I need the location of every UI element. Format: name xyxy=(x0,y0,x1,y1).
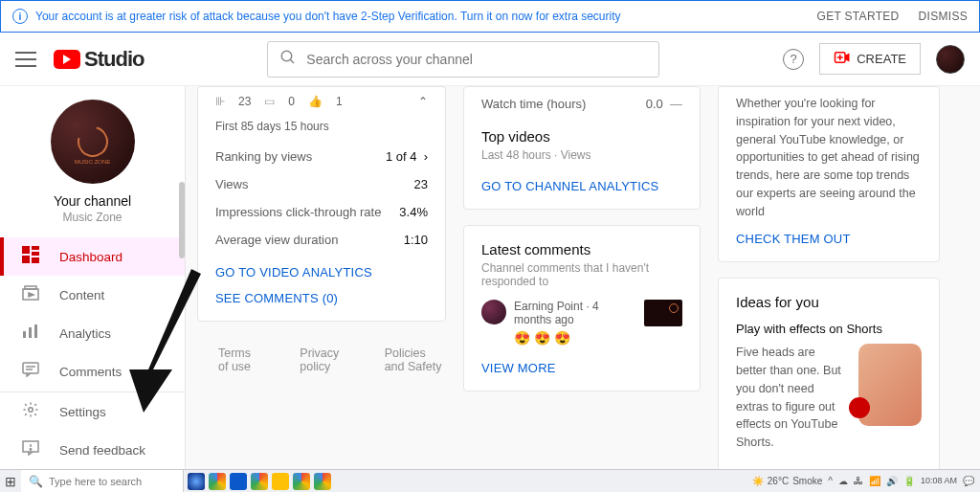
tray-wifi-icon[interactable]: 📶 xyxy=(869,476,880,486)
sidebar-label: Content xyxy=(59,288,104,302)
taskbar-explorer-icon[interactable] xyxy=(272,473,289,490)
sidebar-item-comments[interactable]: Comments xyxy=(0,352,185,391)
search-icon: 🔍 xyxy=(29,475,43,488)
create-icon xyxy=(834,51,851,67)
comment-text: 😍 😍 😍 xyxy=(514,330,636,346)
metric-label: Impressions click-through rate xyxy=(215,205,381,219)
metric-value: 3.4% xyxy=(399,205,428,219)
tray-cloud-icon[interactable]: ☁ xyxy=(838,476,848,486)
privacy-link[interactable]: Privacy policy xyxy=(300,347,344,373)
tray-network-icon[interactable]: 🖧 xyxy=(854,476,863,486)
commenter-name: Earning Point xyxy=(514,300,583,313)
create-label: CREATE xyxy=(857,52,906,66)
svg-rect-5 xyxy=(22,246,30,254)
views-count: 23 xyxy=(238,95,251,108)
metric-label: Average view duration xyxy=(215,233,338,247)
content-icon xyxy=(21,285,40,304)
feedback-icon xyxy=(21,440,40,459)
tray-volume-icon[interactable]: 🔊 xyxy=(886,476,898,486)
tray-chevron-icon[interactable]: ^ xyxy=(828,476,833,486)
view-more-link[interactable]: VIEW MORE xyxy=(481,361,682,375)
taskbar-search[interactable]: 🔍 Type here to search xyxy=(21,470,184,492)
comment-row[interactable]: Earning Point · 4 months ago 😍 😍 😍 xyxy=(481,300,682,346)
svg-rect-8 xyxy=(22,256,30,263)
channel-avatar[interactable]: MUSIC ZONE xyxy=(51,100,135,184)
search-input[interactable] xyxy=(267,41,659,78)
svg-rect-14 xyxy=(34,324,37,338)
latest-comments-title: Latest comments xyxy=(481,241,682,257)
profile-avatar[interactable] xyxy=(936,45,965,74)
taskbar-chrome-icon[interactable] xyxy=(314,473,331,490)
sidebar-item-dashboard[interactable]: Dashboard xyxy=(0,237,185,276)
metric-value: 23 xyxy=(414,177,428,191)
taskbar-app-icon[interactable] xyxy=(188,473,205,490)
taskbar-chrome-icon[interactable] xyxy=(251,473,268,490)
likes-count: 1 xyxy=(336,95,343,108)
sidebar-label: Send feedback xyxy=(59,443,145,458)
channel-analytics-link[interactable]: GO TO CHANNEL ANALYTICS xyxy=(481,179,682,193)
sidebar-scrollbar[interactable] xyxy=(179,182,185,258)
taskbar-chrome-icon[interactable] xyxy=(293,473,310,490)
create-button[interactable]: CREATE xyxy=(819,43,921,75)
taskbar-chrome-icon[interactable] xyxy=(209,473,226,490)
search-icon xyxy=(279,49,297,69)
channel-name: Music Zone xyxy=(62,211,122,224)
see-comments-link[interactable]: SEE COMMENTS (0) xyxy=(215,291,428,305)
latest-comments-sub: Channel comments that I haven't responde… xyxy=(481,261,682,288)
sidebar-item-feedback[interactable]: Send feedback xyxy=(0,431,185,469)
channel-title: Your channel xyxy=(54,193,131,209)
weather-desc: Smoke xyxy=(792,476,822,486)
svg-rect-15 xyxy=(23,363,38,373)
alert-message: Your account is at greater risk of attac… xyxy=(35,10,798,23)
clock[interactable]: 10:08 AM xyxy=(921,477,957,485)
collapse-icon[interactable]: ⌃ xyxy=(418,95,428,108)
ideas-headline: Play with effects on Shorts xyxy=(736,322,922,336)
svg-point-21 xyxy=(29,408,33,413)
ideas-body: Five heads are better than one. But you … xyxy=(736,344,849,452)
tray-battery-icon[interactable]: 🔋 xyxy=(903,476,915,486)
comment-thumbnail xyxy=(644,300,682,326)
get-started-button[interactable]: GET STARTED xyxy=(817,10,900,23)
dashboard-icon xyxy=(21,246,40,267)
top-videos-title: Top videos xyxy=(481,128,682,145)
comments-count: 0 xyxy=(288,95,295,108)
svg-rect-11 xyxy=(25,286,36,289)
start-button[interactable]: ⊞ xyxy=(0,474,21,489)
menu-icon[interactable] xyxy=(15,52,36,67)
svg-point-24 xyxy=(30,449,31,450)
metric-label: Views xyxy=(215,177,248,191)
commenter-avatar xyxy=(481,300,506,324)
video-analytics-link[interactable]: GO TO VIDEO ANALYTICS xyxy=(215,265,428,280)
views-icon: ⊪ xyxy=(215,95,225,108)
sidebar-item-content[interactable]: Content xyxy=(0,276,185,314)
svg-line-1 xyxy=(291,59,295,63)
policies-link[interactable]: Policies and Safety xyxy=(385,347,446,373)
sidebar-label: Dashboard xyxy=(59,250,122,264)
gear-icon xyxy=(21,401,40,422)
check-them-out-link[interactable]: CHECK THEM OUT xyxy=(736,232,922,246)
info-icon: i xyxy=(12,9,28,24)
dismiss-button[interactable]: DISMISS xyxy=(919,10,968,23)
period-label: First 85 days 15 hours xyxy=(215,120,428,133)
comments-icon: ▭ xyxy=(264,95,275,108)
search-field[interactable] xyxy=(306,52,647,67)
sidebar-item-subtitles[interactable]: Subtitles xyxy=(0,391,185,391)
sidebar-item-analytics[interactable]: Analytics xyxy=(0,314,185,352)
svg-rect-7 xyxy=(32,252,39,256)
help-icon[interactable]: ? xyxy=(783,49,804,70)
studio-logo[interactable]: Studio xyxy=(54,47,144,72)
svg-rect-12 xyxy=(23,331,26,338)
notifications-icon[interactable]: 💬 xyxy=(963,476,974,486)
terms-link[interactable]: Terms of use xyxy=(218,347,259,373)
weather-icon: ☀️ xyxy=(752,476,764,486)
sidebar-label: Comments xyxy=(59,365,122,379)
taskbar-app-icon[interactable] xyxy=(230,473,247,490)
svg-rect-9 xyxy=(32,257,39,263)
sidebar-item-settings[interactable]: Settings xyxy=(0,392,185,431)
likes-icon: 👍 xyxy=(308,95,323,108)
logo-text: Studio xyxy=(84,47,144,72)
trends-text: Whether you're looking for inspiration f… xyxy=(736,95,922,220)
weather-widget[interactable]: ☀️ 26°C Smoke xyxy=(752,476,822,486)
ideas-image xyxy=(858,344,922,426)
sidebar-label: Settings xyxy=(59,405,106,419)
